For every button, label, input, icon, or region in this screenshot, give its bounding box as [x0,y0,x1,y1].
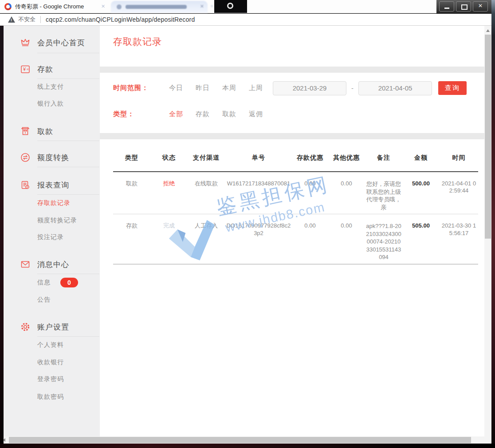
horizontal-scrollbar-thumb[interactable] [9,437,471,443]
sidebar-item-reports[interactable]: 报表查询 [20,180,69,190]
sidebar-item-withdraw[interactable]: 取款 [20,126,53,137]
sidebar-item-announcements[interactable]: 公告 [37,295,51,304]
sidebar-item-withdraw-password[interactable]: 取款密码 [37,393,64,401]
records-table: 类型 状态 支付渠道 单号 存款优惠 其他优惠 备注 金额 时间 取款 拒绝 [113,145,478,264]
sidebar-divider [37,53,99,53]
sidebar-item-online-payment[interactable]: 线上支付 [37,83,64,91]
section-divider [100,133,484,139]
cell-remark: apk???1.8-202103302430000074-20210330155… [365,214,402,264]
date-from-input[interactable]: 2021-03-29 [273,81,346,95]
window-left-edge [0,26,4,444]
main-content: 存取款记录 时间范围： 今日 昨日 本周 上周 2021-03-29 - 202… [100,26,484,436]
time-option-yesterday[interactable]: 昨日 [189,84,216,92]
sidebar-item-label: 信息 [37,279,51,287]
address-url[interactable]: cqcp2.com/chuanQiCPLoginWeb/app/depositR… [46,16,195,23]
sidebar-item-messages[interactable]: 信息 0 [37,278,78,287]
sidebar-item-quota-transfer[interactable]: 额度转换 [20,152,69,163]
sidebar-item-label: 额度转换记录 [37,216,77,224]
exchange-icon [20,153,30,162]
vertical-scrollbar-thumb[interactable] [485,35,491,239]
cell-status: 完成 [150,214,188,264]
cell-channel: 人工存入 [188,214,225,264]
report-icon [20,180,30,190]
time-option-today[interactable]: 今日 [163,84,189,92]
cell-other-bonus: 0.00 [328,172,365,214]
type-option-deposit[interactable]: 存款 [189,110,216,118]
sidebar-item-message-center[interactable]: 消息中心 [20,259,69,270]
sidebar-item-label: 线上支付 [37,83,64,91]
header-type: 类型 [113,145,150,172]
type-filter: 类型： 全部 存款 取款 返佣 [113,109,269,119]
site-favicon [4,3,12,10]
header-channel: 支付渠道 [188,145,225,172]
app-window: 传奇彩票 - Google Chrome ✕ ✕ + 不安全 cqcp2.com… [0,0,495,448]
sidebar-item-label: 投注记录 [37,233,64,241]
time-option-last-week[interactable]: 上周 [243,84,269,92]
type-option-withdraw[interactable]: 取款 [216,110,243,118]
sidebar-item-bet-records[interactable]: 投注记录 [37,233,64,242]
cell-deposit-bonus: 0.00 [292,214,328,264]
cell-time: 2021-03-30 15:56:17 [440,214,478,264]
background-new-tab-icon: + [210,3,214,9]
gear-icon [20,322,30,332]
type-option-rebate[interactable]: 返佣 [243,110,269,118]
close-button[interactable] [473,1,488,12]
sidebar-item-label: 报表查询 [37,180,69,190]
sidebar-item-receiving-bank[interactable]: 收款银行 [37,358,64,367]
sidebar-item-member-home[interactable]: 会员中心首页 [20,37,85,48]
background-dark-block [214,0,247,13]
message-count-badge: 0 [60,278,78,287]
cell-channel: 在线取款 [188,172,225,214]
sidebar-divider [37,141,99,141]
window-title: 传奇彩票 - Google Chrome [15,0,84,13]
search-button[interactable]: 查询 [438,81,467,95]
sidebar-item-profile[interactable]: 个人资料 [37,341,64,350]
sidebar: 会员中心首页 ¥ « 存款 线上支付 银行入款 [0,26,100,436]
time-option-this-week[interactable]: 本周 [216,84,243,92]
minimize-button[interactable] [439,1,454,12]
background-tab-close-icon: ✕ [101,4,105,9]
header-deposit-bonus: 存款优惠 [292,145,328,172]
sidebar-item-account-settings[interactable]: 账户设置 [20,322,69,332]
sidebar-item-label: 存款 [37,64,53,75]
header-other-bonus: 其他优惠 [328,145,365,172]
section-divider [100,67,484,73]
sidebar-item-deposit[interactable]: ¥ « 存款 [20,64,53,75]
sidebar-divider [37,194,99,195]
security-label[interactable]: 不安全 [18,16,35,24]
url-bar: 不安全 cqcp2.com/chuanQiCPLoginWeb/app/depo… [0,14,491,26]
date-range-separator: - [351,84,354,92]
svg-text:¥: ¥ [23,67,26,72]
background-tab-title [126,5,187,9]
header-amount: 金额 [402,145,440,172]
maximize-button[interactable] [456,1,471,12]
cell-time: 2021-04-01 02:59:44 [440,172,478,214]
type-option-all[interactable]: 全部 [163,110,189,118]
background-circle-icon [227,3,233,9]
crown-icon [20,38,30,47]
cell-status: 拒绝 [150,172,188,214]
table-header-row: 类型 状态 支付渠道 单号 存款优惠 其他优惠 备注 金额 时间 [113,145,478,172]
sidebar-item-quota-transfer-records[interactable]: 额度转换记录 [37,216,77,225]
header-time: 时间 [440,145,478,172]
sidebar-item-login-password[interactable]: 登录密码 [37,375,64,384]
sidebar-divider [37,274,99,274]
type-label: 类型： [113,110,163,118]
not-secure-warning-icon[interactable] [8,16,15,23]
scroll-up-arrow[interactable] [486,29,490,32]
table-row: 存款 完成 人工存入 DO1617090977928cf8c23p2 0.00 … [113,214,478,264]
envelope-icon [20,259,30,269]
sidebar-item-deposit-withdraw-records[interactable]: 存取款记录 [37,199,71,208]
header-order-no: 单号 [225,145,292,172]
date-to-input[interactable]: 2021-04-05 [358,81,432,95]
sidebar-item-label: 公告 [37,296,51,304]
sidebar-item-bank-deposit[interactable]: 银行入款 [37,99,64,108]
background-tab-favicon [117,4,122,9]
sidebar-item-label: 银行入款 [37,100,64,108]
cell-amount: 500.00 [402,172,440,214]
table-row: 取款 拒绝 在线取款 W161721718348870081 0.00 0.00… [113,172,478,214]
svg-text:«: « [27,67,29,71]
sidebar-divider [37,79,99,79]
vertical-scrollbar [484,26,491,436]
cell-amount: 505.00 [402,214,440,264]
